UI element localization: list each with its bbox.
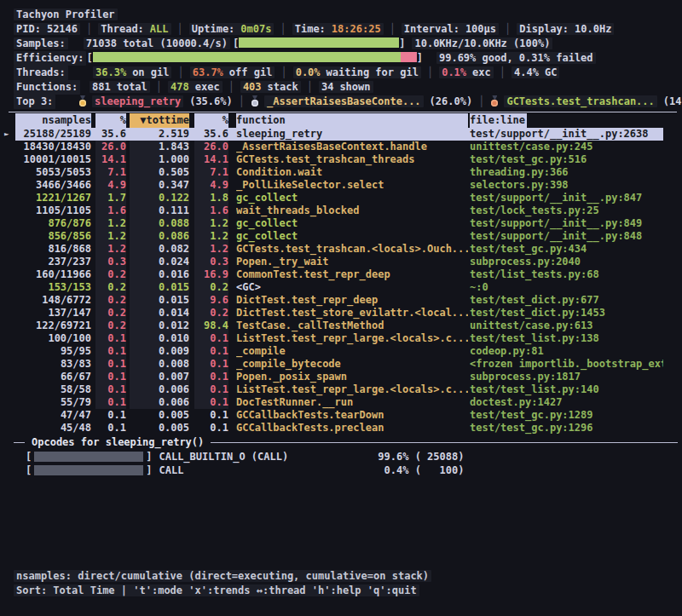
table-row[interactable]: 47/470.10.0050.1GCCallbackTests.tearDown… — [15, 409, 663, 422]
table-row[interactable]: 1105/11051.60.1111.6wait_threads_blocked… — [15, 204, 663, 217]
top3-name-2: _AssertRaisesBaseConte... — [264, 95, 424, 107]
cell-pct-cumulative: 0.1 — [194, 332, 228, 345]
cell-function: GCCallbackTests.tearDown — [236, 409, 468, 422]
cell-pct-direct: 0.1 — [95, 422, 126, 435]
table-row[interactable]: 66/670.10.0070.1Popen._posix_spawnsubpro… — [15, 371, 663, 383]
top3-pct-1: (35.6%) — [189, 95, 233, 107]
top3-label: Top 3: — [14, 95, 55, 109]
table-row[interactable]: 160/119660.20.01616.9CommonTest.test_rep… — [15, 268, 663, 281]
cell-pct-cumulative: 7.1 — [194, 166, 228, 179]
table-row[interactable]: 153/1530.20.0150.2<GC>~:0 — [15, 281, 663, 294]
column-header-pct-direct[interactable]: % — [95, 113, 126, 128]
top-panel: Tachyon Profiler PID:52146│Thread:ALL│Up… — [0, 0, 682, 109]
table-row[interactable]: 95/950.10.0090.1_compilecodeop.py:81 — [15, 345, 663, 358]
display-label: Display: — [519, 23, 569, 35]
functions-exec-value: 478 — [170, 81, 189, 93]
top3-line: Top 3:sleeping_retry(35.6%)│_AssertRaise… — [14, 95, 682, 109]
threads-label: Threads: — [14, 66, 68, 80]
table-row[interactable]: 45/480.10.0050.1GCCallbackTests.preclean… — [15, 422, 663, 435]
threads-gc: 4.4%GC — [512, 66, 559, 78]
time-value: 18:26:25 — [332, 23, 381, 35]
column-header-file-line[interactable]: file:line — [470, 113, 663, 128]
cell-file-line: subprocess.py:2040 — [470, 256, 663, 268]
cell-function: Popen._try_wait — [236, 256, 468, 268]
table-row[interactable]: 55/790.10.0060.1DocTestRunner.__rundocte… — [15, 396, 663, 409]
cell-pct-direct: 0.2 — [95, 281, 126, 294]
cell-function: ListTest.test_repr_large.<locals>.c... — [236, 332, 468, 345]
uptime-field: Uptime:0m07s — [189, 23, 275, 35]
table-row[interactable]: 5053/50537.10.5057.1Condition.waitthread… — [15, 166, 663, 179]
table-row[interactable]: 122/697210.20.01298.4TestCase._callTestM… — [15, 320, 663, 332]
table-row[interactable]: 10001/1001514.11.00014.1GCTests.test_tra… — [15, 153, 663, 166]
cell-pct-direct: 0.2 — [95, 268, 126, 281]
pid-value: 52146 — [47, 23, 78, 35]
display-field: Display:10.0Hz — [517, 23, 614, 35]
cell-function: CommonTest.test_repr_deep — [236, 268, 468, 281]
cell-file-line: test/lock_tests.py:25 — [470, 204, 663, 217]
interval-field: Interval:100μs — [402, 23, 499, 35]
cell-pct-cumulative: 1.8 — [194, 192, 228, 204]
column-header-nsamples[interactable]: nsamples — [15, 113, 91, 128]
table-row[interactable]: 237/2370.30.0240.3Popen._try_waitsubproc… — [15, 256, 663, 268]
cell-tottime: 0.122 — [130, 192, 189, 204]
cell-pct-cumulative: 0.1 — [194, 358, 228, 371]
table-row[interactable]: 1221/12671.70.1221.8gc_collecttest/suppo… — [15, 192, 663, 204]
uptime-value: 0m07s — [240, 23, 271, 35]
cell-tottime: 0.015 — [130, 281, 189, 294]
opcode-row: []CALL_BUILTIN_O (CALL)99.6% ( 25088) — [0, 450, 682, 463]
column-header-tottime-sorted[interactable]: ▼tottime — [130, 113, 189, 128]
functions-shown-suffix: shown — [339, 81, 370, 93]
cell-pct-cumulative: 1.6 — [194, 204, 228, 217]
cell-pct-cumulative: 1.2 — [194, 217, 228, 230]
functions-stack-value: 403 — [243, 81, 262, 93]
table-row[interactable]: 816/8681.20.0821.2GCTests.test_trashcan.… — [15, 243, 663, 256]
cell-file-line: test/support/__init__.py:2638 — [470, 128, 663, 141]
cell-file-line: test/test_gc.py:516 — [470, 153, 663, 166]
table-row[interactable]: 856/8561.20.0861.2gc_collecttest/support… — [15, 230, 663, 243]
cell-nsamples: 100/100 — [15, 332, 91, 345]
cell-nsamples: 148/6772 — [15, 294, 91, 307]
cell-pct-cumulative: 0.2 — [194, 307, 228, 320]
column-header-function[interactable]: function — [236, 113, 468, 128]
samples-bar-open-bracket: [ — [233, 37, 239, 49]
table-row[interactable]: ►25188/2518935.62.51935.6sleeping_retryt… — [15, 128, 663, 141]
cell-tottime: 0.088 — [130, 217, 189, 230]
threads-line: Threads:36.3%on gil│63.7%off gil│0.0%wai… — [14, 66, 682, 80]
interval-label: Interval: — [404, 23, 459, 35]
cell-pct-direct: 0.1 — [95, 332, 126, 345]
cell-function: GCTests.test_trashcan.<locals>.Ouch... — [236, 243, 468, 256]
cell-pct-cumulative: 14.1 — [194, 153, 228, 166]
cell-tottime: 0.006 — [130, 383, 189, 396]
off-gil-value: 63.7% — [193, 66, 223, 78]
cell-pct-direct: 35.6 — [95, 128, 126, 141]
top3-pct-2: (26.0%) — [430, 95, 473, 107]
cell-pct-cumulative: 16.9 — [194, 268, 228, 281]
table-row[interactable]: 83/830.10.0080.1_compile_bytecode<frozen… — [15, 358, 663, 371]
top3-name-1: sleeping_retry — [92, 95, 183, 107]
column-header-pct-cumulative[interactable]: % — [194, 113, 228, 128]
title-line: Tachyon Profiler — [14, 8, 682, 22]
table-top-divider — [9, 112, 677, 112]
table-row[interactable]: 876/8761.20.0881.2gc_collecttest/support… — [15, 217, 663, 230]
table-row[interactable]: 18430/1843026.01.84326.0_AssertRaisesBas… — [15, 141, 663, 153]
table-row[interactable]: 3466/34664.90.3474.9_PollLikeSelector.se… — [15, 179, 663, 192]
table-row[interactable]: 58/580.10.0060.1ListTest.test_repr_large… — [15, 383, 663, 396]
functions-total-suffix: total — [117, 81, 147, 93]
waiting-suffix: waiting for gil — [327, 66, 419, 78]
functions-total: 881total — [90, 81, 150, 93]
cell-tottime: 0.505 — [130, 166, 189, 179]
samples-label: Samples: — [14, 37, 68, 49]
table-row[interactable]: 137/1470.20.0140.2DictTest.test_store_ev… — [15, 307, 663, 320]
table-row[interactable]: 100/1000.10.0100.1ListTest.test_repr_lar… — [15, 332, 663, 345]
cell-tottime: 0.005 — [130, 422, 189, 435]
cell-function: GCCallbackTests.preclean — [236, 422, 468, 435]
cell-tottime: 1.000 — [130, 153, 189, 166]
interval-value: 100μs — [465, 23, 496, 35]
cell-nsamples: 5053/5053 — [15, 166, 91, 179]
cell-pct-cumulative: 1.2 — [194, 243, 228, 256]
cell-tottime: 0.111 — [130, 204, 189, 217]
opcode-bar-close-bracket: ] — [146, 450, 152, 463]
table-row[interactable]: 148/67720.20.0159.6DictTest.test_repr_de… — [15, 294, 663, 307]
on-gil-suffix: on gil — [132, 66, 169, 78]
cell-pct-cumulative: 0.1 — [194, 371, 228, 383]
